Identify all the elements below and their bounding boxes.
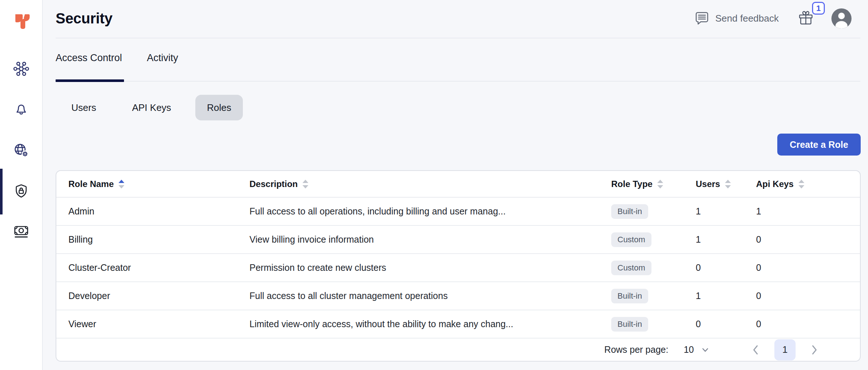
app-logo[interactable] <box>12 11 32 31</box>
send-feedback-label: Send feedback <box>715 13 779 24</box>
yugabyte-logo-icon <box>12 11 32 31</box>
role-description-cell: Permission to create new clusters <box>249 262 611 273</box>
table-header-row: Role Name Description Role Type <box>56 171 860 198</box>
rows-per-page-value: 10 <box>684 344 694 355</box>
table-row[interactable]: Developer Full access to all cluster man… <box>56 282 860 310</box>
subtab-roles[interactable]: Roles <box>195 95 243 120</box>
role-description-cell: View billing invoice information <box>249 234 611 245</box>
feedback-bubble-icon <box>694 11 710 26</box>
page-number-button[interactable]: 1 <box>774 339 796 360</box>
column-header-description[interactable]: Description <box>249 179 611 189</box>
sidebar-item-alerts[interactable] <box>12 100 30 118</box>
tabs-divider <box>56 81 860 82</box>
rows-per-page-label: Rows per page: <box>604 344 668 355</box>
next-page-button[interactable] <box>809 344 819 356</box>
role-type-badge: Built-in <box>611 289 648 303</box>
subtab-users[interactable]: Users <box>60 95 108 120</box>
sort-icon <box>798 179 805 189</box>
role-description-cell: Limited view-only access, without the ab… <box>249 319 611 329</box>
api-keys-count-cell: 0 <box>756 291 848 301</box>
role-type-badge: Custom <box>611 261 651 275</box>
person-icon <box>831 8 852 29</box>
api-keys-count-cell: 1 <box>756 206 848 217</box>
tab-access-control[interactable]: Access Control <box>56 50 122 66</box>
subtab-api-keys[interactable]: API Keys <box>120 95 183 120</box>
role-type-badge: Custom <box>611 232 651 247</box>
previous-page-button[interactable] <box>751 344 760 356</box>
rows-per-page-select[interactable]: 10 <box>684 344 710 355</box>
table-row[interactable]: Cluster-Creator Permission to create new… <box>56 254 860 282</box>
role-type-badge: Built-in <box>611 204 648 219</box>
column-header-users[interactable]: Users <box>696 179 756 189</box>
role-description-cell: Full access to all cluster management op… <box>249 291 611 301</box>
security-shield-icon <box>13 183 30 200</box>
notification-count-badge: 1 <box>812 2 825 15</box>
sidebar-item-security[interactable] <box>12 183 30 200</box>
header-divider <box>56 38 860 38</box>
column-header-role-name[interactable]: Role Name <box>68 179 249 189</box>
column-header-role-type[interactable]: Role Type <box>611 179 696 189</box>
user-avatar[interactable] <box>831 8 852 29</box>
sidebar-item-clusters[interactable] <box>12 60 30 78</box>
sort-icon <box>657 179 664 189</box>
api-keys-count-cell: 0 <box>756 319 848 329</box>
sidebar-item-billing[interactable] <box>12 223 30 240</box>
tab-bar: Access Control Activity <box>56 50 178 66</box>
active-tab-underline <box>56 79 124 82</box>
roles-table-card: Role Name Description Role Type <box>56 170 861 362</box>
role-name-cell: Admin <box>68 206 249 217</box>
whats-new-button[interactable]: 1 <box>798 10 814 27</box>
tab-activity[interactable]: Activity <box>147 50 179 66</box>
alerts-bell-icon <box>13 101 30 117</box>
send-feedback-button[interactable]: Send feedback <box>694 11 779 26</box>
api-keys-count-cell: 0 <box>756 262 848 273</box>
network-globe-gear-icon <box>13 142 30 158</box>
security-page: Security Send feedback 1 <box>0 0 868 370</box>
table-row[interactable]: Billing View billing invoice information… <box>56 226 860 254</box>
sort-icon <box>725 179 731 189</box>
sidebar <box>0 0 43 370</box>
gift-icon <box>798 10 814 27</box>
role-type-badge: Built-in <box>611 317 648 332</box>
create-role-button[interactable]: Create a Role <box>777 134 861 156</box>
sidebar-active-indicator <box>0 169 3 214</box>
users-count-cell: 0 <box>696 262 756 273</box>
table-pagination: Rows per page: 10 1 <box>56 339 860 361</box>
role-description-cell: Full access to all operations, including… <box>249 206 611 217</box>
users-count-cell: 1 <box>696 291 756 301</box>
sort-icon <box>302 179 309 189</box>
table-row[interactable]: Viewer Limited view-only access, without… <box>56 310 860 339</box>
role-name-cell: Developer <box>68 291 249 301</box>
clusters-network-icon <box>13 60 30 77</box>
sort-icon-asc-active <box>118 179 125 189</box>
role-name-cell: Billing <box>68 234 249 245</box>
pager: 1 <box>751 339 819 360</box>
role-name-cell: Cluster-Creator <box>68 262 249 273</box>
page-title: Security <box>56 10 112 27</box>
users-count-cell: 1 <box>696 206 756 217</box>
table-row[interactable]: Admin Full access to all operations, inc… <box>56 198 860 226</box>
column-header-api-keys[interactable]: Api Keys <box>756 179 848 189</box>
users-count-cell: 1 <box>696 234 756 245</box>
subtab-bar: Users API Keys Roles <box>60 95 243 120</box>
sidebar-item-network[interactable] <box>12 141 30 159</box>
users-count-cell: 0 <box>696 319 756 329</box>
role-name-cell: Viewer <box>68 319 249 329</box>
chevron-left-icon <box>752 344 759 355</box>
billing-money-icon <box>13 223 30 240</box>
chevron-right-icon <box>811 344 818 355</box>
chevron-down-icon <box>700 345 710 355</box>
header-actions: Send feedback 1 <box>694 7 852 30</box>
api-keys-count-cell: 0 <box>756 234 848 245</box>
